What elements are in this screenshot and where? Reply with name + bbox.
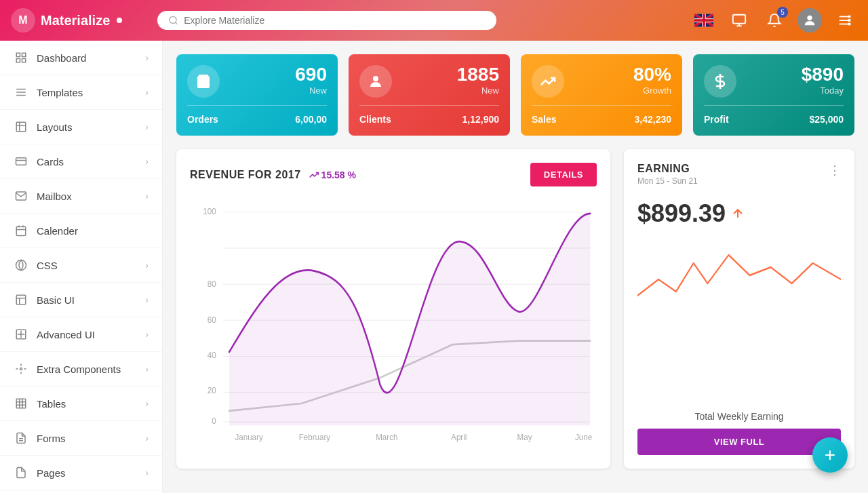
svg-rect-28 (16, 122, 26, 132)
sales-numbers: 80% Growth (633, 65, 671, 96)
earning-amount: $899.39 (637, 199, 841, 228)
main-content: 690 New Orders 6,00,00 1885 Ne (163, 41, 868, 493)
basic-ui-icon (14, 292, 28, 307)
clients-bottom: Clients 1,12,900 (359, 105, 499, 125)
tables-icon (14, 396, 28, 411)
svg-rect-38 (16, 295, 26, 304)
sidebar-item-extra-components[interactable]: Extra Components › (0, 352, 162, 387)
sidebar-label-forms: Forms (37, 433, 137, 444)
avatar[interactable] (797, 8, 822, 33)
svg-text:February: February (299, 433, 331, 443)
advanced-ui-icon (14, 327, 28, 342)
stat-card-clients: 1885 New Clients 1,12,900 (349, 54, 510, 136)
svg-text:80: 80 (208, 279, 216, 290)
language-selector[interactable] (692, 8, 716, 33)
notification-badge: 5 (777, 7, 788, 18)
orders-bottom: Orders 6,00,00 (187, 105, 327, 125)
sidebar-item-mailbox[interactable]: Mailbox › (0, 179, 162, 214)
stat-card-sales-top: 80% Growth (532, 65, 671, 98)
logo-text: Materialize (41, 13, 110, 28)
logo-area: M Materialize (11, 8, 146, 33)
profit-title: Profit (704, 114, 729, 125)
svg-rect-31 (16, 158, 26, 165)
sidebar-item-ecommers[interactable]: eCommers › (0, 490, 162, 493)
svg-rect-18 (848, 16, 851, 18)
layouts-icon (14, 119, 28, 134)
earning-period: Mon 15 - Sun 21 (637, 176, 698, 186)
dashboard-icon (14, 50, 28, 65)
sales-sub: 3,42,230 (635, 114, 672, 125)
header-actions: 5 (692, 8, 857, 33)
view-full-button[interactable]: VIEW FULL (637, 429, 841, 455)
svg-text:20: 20 (208, 385, 216, 395)
svg-text:June: June (575, 433, 592, 443)
logo-dot (117, 18, 122, 23)
svg-rect-20 (848, 23, 851, 26)
chevron-icon: › (145, 52, 149, 63)
sidebar-item-basic-ui[interactable]: Basic UI › (0, 283, 162, 317)
sidebar-item-calender[interactable]: Calender (0, 214, 162, 248)
bottom-section: REVENUE FOR 2017 15.58 % DETAILS (176, 149, 854, 469)
chart-header: REVENUE FOR 2017 15.58 % DETAILS (190, 163, 597, 186)
sidebar-item-forms[interactable]: Forms › (0, 421, 162, 456)
chevron-icon: › (145, 467, 149, 478)
sidebar-label-css: CSS (37, 260, 137, 271)
sidebar-item-pages[interactable]: Pages › (0, 456, 162, 490)
earning-sparkline (637, 239, 841, 320)
menu-icon (837, 13, 852, 28)
sidebar-label-advanced-ui: Advanced UI (37, 329, 137, 340)
svg-point-37 (16, 260, 26, 271)
sales-title: Sales (532, 114, 557, 125)
chevron-icon: › (145, 398, 149, 409)
search-input[interactable] (184, 15, 486, 26)
clients-value: 1885 (457, 65, 499, 84)
clients-title: Clients (359, 114, 391, 125)
chevron-icon: › (145, 363, 149, 374)
notification-btn[interactable]: 5 (762, 8, 787, 33)
sales-icon (532, 65, 564, 98)
profit-value: $890 (802, 65, 844, 84)
sidebar-item-cards[interactable]: Cards › (0, 144, 162, 179)
mailbox-icon (14, 189, 28, 203)
svg-text:40: 40 (208, 350, 216, 360)
screen-icon-btn[interactable] (727, 8, 751, 33)
profit-sublabel: Today (802, 85, 844, 96)
sidebar-label-templates: Templates (37, 87, 137, 98)
cards-icon (14, 154, 28, 169)
user-icon (802, 13, 817, 28)
clients-icon (359, 65, 392, 98)
pages-icon (14, 465, 28, 480)
stat-card-orders-top: 690 New (187, 65, 327, 98)
earning-header: EARNING Mon 15 - Sun 21 ⋮ (637, 163, 841, 186)
sales-sublabel: Growth (633, 85, 671, 96)
sidebar-item-templates[interactable]: Templates › (0, 75, 162, 110)
sidebar-item-layouts[interactable]: Layouts › (0, 110, 162, 144)
screen-icon (732, 13, 747, 28)
svg-rect-11 (733, 15, 745, 24)
sidebar-item-advanced-ui[interactable]: Advanced UI › (0, 317, 162, 352)
clients-sublabel: New (457, 85, 499, 96)
svg-text:0: 0 (212, 416, 216, 427)
stat-card-orders: 690 New Orders 6,00,00 (176, 54, 338, 136)
sidebar-item-css[interactable]: CSS › (0, 248, 162, 283)
svg-rect-10 (694, 19, 713, 22)
sales-value: 80% (633, 65, 671, 84)
sidebar-label-extra-components: Extra Components (37, 363, 137, 375)
sidebar-label-dashboard: Dashboard (37, 52, 137, 64)
chevron-icon: › (145, 294, 149, 305)
sidebar-item-tables[interactable]: Tables › (0, 387, 162, 421)
header: M Materialize (0, 0, 868, 41)
menu-icon-btn[interactable] (833, 8, 857, 33)
earning-more-btn[interactable]: ⋮ (829, 163, 841, 178)
details-button[interactable]: DETAILS (530, 163, 597, 186)
svg-text:100: 100 (203, 206, 216, 216)
sidebar-label-pages: Pages (37, 467, 137, 479)
sidebar-item-dashboard[interactable]: Dashboard › (0, 41, 162, 75)
svg-rect-24 (22, 59, 26, 62)
search-icon (168, 15, 178, 26)
templates-icon (14, 85, 28, 100)
svg-line-1 (176, 22, 178, 24)
fab-button[interactable]: + (812, 437, 848, 473)
search-bar[interactable] (157, 11, 496, 30)
earning-title-group: EARNING Mon 15 - Sun 21 (637, 163, 698, 186)
